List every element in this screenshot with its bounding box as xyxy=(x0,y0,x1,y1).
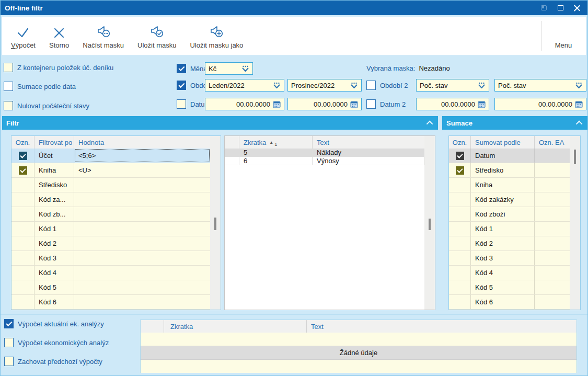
row-checkbox[interactable] xyxy=(456,152,464,160)
sum-field-cell[interactable]: Kód 1 xyxy=(471,222,535,236)
checkbox[interactable] xyxy=(4,82,13,91)
filter-value-cell[interactable] xyxy=(74,236,210,250)
table-row[interactable]: Kód zakázky xyxy=(449,192,580,207)
table-row[interactable]: 5 Náklady xyxy=(225,149,435,157)
obdobi-to-select[interactable]: Prosinec/2022 xyxy=(287,79,362,92)
filter-field-cell[interactable]: Kniha xyxy=(34,163,74,177)
obdobi2-from-select[interactable]: Poč. stav xyxy=(416,79,489,92)
dropdown-icon[interactable] xyxy=(273,82,280,89)
ulozit-masku-jako-button[interactable]: Uložit masku jako xyxy=(183,19,250,53)
maximize-button[interactable] xyxy=(552,1,569,15)
lookup-scrollbar-thumb[interactable] xyxy=(429,219,431,230)
filter-value-cell[interactable] xyxy=(74,192,210,207)
column-header-filtrovat-po[interactable]: Filtrovat po xyxy=(34,136,74,149)
mena-checkbox[interactable] xyxy=(177,64,186,73)
row-indicator-cell[interactable] xyxy=(225,157,239,165)
table-row[interactable]: Středisko xyxy=(449,163,580,178)
datum2-from-input[interactable]: 00.00.0000 xyxy=(416,98,489,110)
column-header-ozn[interactable]: Ozn. xyxy=(11,136,34,149)
ozn-ea-cell[interactable] xyxy=(535,236,570,250)
filter-field-cell[interactable]: Kód 1 xyxy=(34,222,74,236)
ozn-cell[interactable] xyxy=(449,280,471,294)
ozn-cell[interactable] xyxy=(449,149,471,163)
table-row[interactable]: Středisko xyxy=(11,178,221,192)
datum2-to-input[interactable]: 00.00.0000 xyxy=(494,98,586,110)
option-nulovat-stavy[interactable]: Nulovat počáteční stavy xyxy=(4,101,89,110)
datum-from-input[interactable]: 00.00.0000 xyxy=(205,98,284,110)
datum-checkbox[interactable] xyxy=(177,99,186,109)
filter-field-cell[interactable]: Kód 3 xyxy=(34,251,74,265)
sum-field-cell[interactable]: Kniha xyxy=(471,178,535,192)
table-row[interactable]: Kód zb... xyxy=(11,207,221,222)
filter-field-cell[interactable]: Kód 5 xyxy=(34,280,74,294)
ozn-cell[interactable] xyxy=(11,178,34,192)
ozn-cell[interactable] xyxy=(449,251,471,265)
filter-value-cell[interactable]: <U> xyxy=(74,163,210,177)
sum-field-cell[interactable]: Kód zakázky xyxy=(471,192,535,207)
filter-value-cell[interactable]: <5;6> xyxy=(74,149,210,163)
ozn-cell[interactable] xyxy=(449,266,471,280)
option-sumace-podle-data[interactable]: Sumace podle data xyxy=(4,82,76,91)
sum-field-cell[interactable]: Kód 2 xyxy=(471,236,535,250)
text-cell[interactable]: Výnosy xyxy=(313,157,424,165)
checkbox[interactable] xyxy=(4,338,14,347)
datum2-checkbox[interactable] xyxy=(366,99,376,109)
filtr-scrollbar-thumb[interactable] xyxy=(214,218,216,230)
ozn-ea-cell[interactable] xyxy=(535,295,570,309)
ozn-ea-cell[interactable] xyxy=(535,280,570,294)
filter-value-cell[interactable] xyxy=(74,178,210,192)
filter-value-cell[interactable] xyxy=(74,280,210,294)
minimize-button[interactable] xyxy=(535,1,552,15)
menu-button[interactable]: Menu xyxy=(541,17,586,55)
row-checkbox[interactable] xyxy=(456,166,464,175)
table-row[interactable]: Kód 1 xyxy=(449,222,580,236)
ozn-cell[interactable] xyxy=(449,236,471,250)
option-z-kontejneru[interactable]: Z kontejneru položek úč. deníku xyxy=(4,63,113,72)
filter-field-cell[interactable]: Kód 4 xyxy=(34,266,74,280)
sum-field-cell[interactable]: Kód 5 xyxy=(471,280,535,294)
ozn-ea-cell[interactable] xyxy=(535,149,570,163)
ozn-cell[interactable] xyxy=(11,280,34,294)
ozn-cell[interactable] xyxy=(449,295,471,309)
row-checkbox[interactable] xyxy=(19,152,27,160)
table-row[interactable]: Kód zboží xyxy=(449,207,580,222)
ozn-cell[interactable] xyxy=(11,149,34,163)
ozn-ea-cell[interactable] xyxy=(535,222,570,236)
ulozit-masku-button[interactable]: Uložit masku xyxy=(131,19,183,53)
ozn-cell[interactable] xyxy=(449,163,471,177)
filter-field-cell[interactable]: Kód 2 xyxy=(34,236,74,250)
filter-field-cell[interactable]: Účet xyxy=(34,149,74,163)
column-header-zkratka[interactable]: Zkratka xyxy=(164,320,307,333)
column-header-text[interactable]: Text xyxy=(307,320,577,333)
calendar-icon[interactable] xyxy=(478,100,486,108)
filter-field-cell[interactable]: Kód 6 xyxy=(34,295,74,309)
table-row[interactable]: Kniha <U> xyxy=(11,163,221,178)
column-header-zkratka[interactable]: Zkratka ▲ 1 xyxy=(239,136,313,149)
column-header-ozn[interactable]: Ozn. xyxy=(449,136,471,149)
sumace-scrollbar-thumb[interactable] xyxy=(574,150,576,164)
ozn-ea-cell[interactable] xyxy=(535,192,570,207)
filter-field-cell[interactable]: Kód zb... xyxy=(34,207,74,221)
table-row[interactable]: Kniha xyxy=(449,178,580,192)
vypocet-button[interactable]: Výpočet xyxy=(4,19,42,53)
ozn-cell[interactable] xyxy=(11,207,34,221)
option-zachovat-vypocty[interactable]: Zachovat předchozí výpočty xyxy=(4,357,102,366)
ozn-ea-cell[interactable] xyxy=(535,163,570,177)
checkbox[interactable] xyxy=(4,357,14,366)
filter-value-cell[interactable] xyxy=(74,251,210,265)
table-row[interactable]: Kód 4 xyxy=(449,266,580,280)
obdobi2-checkbox[interactable] xyxy=(366,81,376,90)
filter-value-cell[interactable] xyxy=(74,207,210,221)
obdobi-checkbox[interactable] xyxy=(177,81,186,90)
checkbox[interactable] xyxy=(4,63,13,72)
filter-value-cell[interactable] xyxy=(74,222,210,236)
sum-field-cell[interactable]: Datum xyxy=(471,149,535,163)
sum-field-cell[interactable]: Kód 6 xyxy=(471,295,535,309)
mena-select[interactable]: Kč xyxy=(205,62,253,75)
table-row[interactable]: Kód za... xyxy=(11,192,221,207)
calendar-icon[interactable] xyxy=(273,100,281,108)
dropdown-icon[interactable] xyxy=(351,82,358,89)
table-row[interactable]: Datum xyxy=(449,149,580,163)
ozn-ea-cell[interactable] xyxy=(535,178,570,192)
column-header-ozn-ea[interactable]: Ozn. EA xyxy=(535,136,570,149)
